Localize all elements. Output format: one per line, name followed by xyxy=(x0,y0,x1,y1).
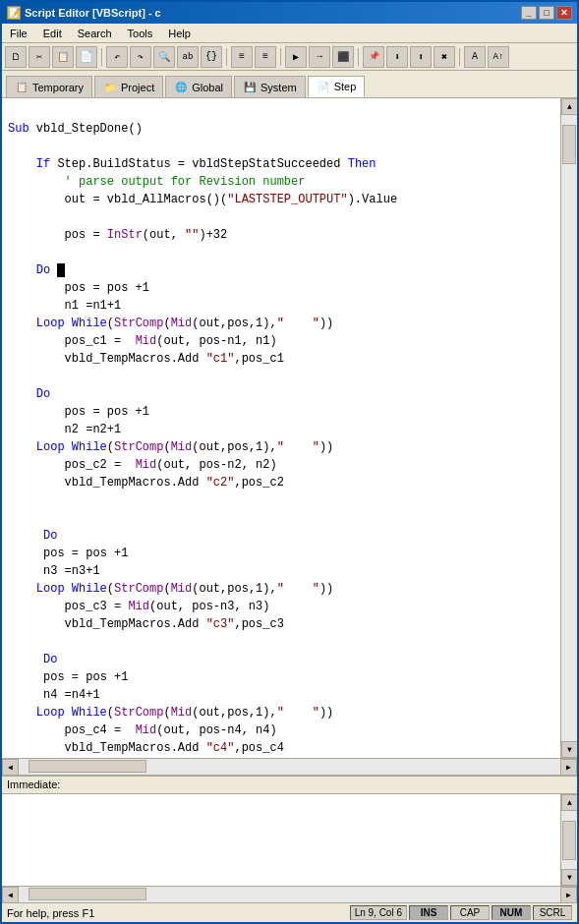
editor-vscrollbar[interactable]: ▲ ▼ xyxy=(560,98,577,758)
close-button[interactable]: ✕ xyxy=(556,6,572,20)
toolbar: 🗋 ✂ 📋 📄 ↶ ↷ 🔍 ab {} ≡ ≡ ▶ → ⬛ 📌 ⬇ ⬆ ✖ A … xyxy=(2,43,577,71)
toolbar-braces[interactable]: {} xyxy=(201,46,222,68)
toolbar-arrow[interactable]: → xyxy=(309,46,330,68)
menu-edit[interactable]: Edit xyxy=(35,26,70,41)
code-line xyxy=(8,757,554,758)
code-line: pos = pos +1 xyxy=(8,403,554,421)
hscroll-thumb[interactable] xyxy=(29,760,146,773)
imm-vscroll-thumb[interactable] xyxy=(562,821,576,860)
immediate-label: Immediate: xyxy=(2,777,577,794)
code-line: Do xyxy=(8,385,554,403)
code-line: vbld_TempMacros.Add "c2",pos_c2 xyxy=(8,474,554,491)
status-position: Ln 9, Col 6 xyxy=(350,905,407,920)
toolbar-next-bookmark[interactable]: ⬇ xyxy=(386,46,408,68)
toolbar-clear-bookmarks[interactable]: ✖ xyxy=(434,46,455,68)
maximize-button[interactable]: □ xyxy=(539,6,554,20)
code-line: Do xyxy=(8,651,554,668)
code-line: Loop While(StrComp(Mid(out,pos,1)," ")) xyxy=(8,580,554,598)
imm-hscroll-right[interactable]: ▶ xyxy=(560,887,577,903)
sep1 xyxy=(101,48,102,66)
tab-system[interactable]: 💾 System xyxy=(234,76,306,97)
toolbar-new[interactable]: 🗋 xyxy=(5,46,27,68)
tab-global-icon: 🌐 xyxy=(174,81,188,94)
imm-vscroll-up[interactable]: ▲ xyxy=(561,794,577,811)
editor-hscrollbar[interactable]: ◀ ▶ xyxy=(2,758,577,775)
imm-hscroll-track[interactable] xyxy=(19,887,560,902)
menu-search[interactable]: Search xyxy=(70,26,120,41)
sep3 xyxy=(280,48,281,66)
imm-hscroll-thumb[interactable] xyxy=(29,888,146,900)
code-line xyxy=(8,368,554,385)
toolbar-prev-bookmark[interactable]: ⬆ xyxy=(410,46,432,68)
tab-project-icon: 📁 xyxy=(103,81,117,94)
code-line xyxy=(8,509,554,527)
tab-project[interactable]: 📁 Project xyxy=(94,76,163,97)
toolbar-undo[interactable]: ↶ xyxy=(106,46,128,68)
toolbar-stop[interactable]: ⬛ xyxy=(332,46,354,68)
status-ins: INS xyxy=(409,905,448,920)
tab-system-label: System xyxy=(261,82,297,93)
immediate-vscrollbar[interactable]: ▲ ▼ xyxy=(560,794,577,886)
code-line xyxy=(8,491,554,509)
title-bar-left: 📝 Script Editor [VBScript] - c xyxy=(7,6,161,20)
imm-vscroll-track[interactable] xyxy=(561,811,577,869)
tab-step-label: Step xyxy=(334,81,357,92)
title-bar-buttons: _ □ ✕ xyxy=(521,6,572,20)
immediate-input[interactable] xyxy=(2,794,560,886)
tab-temporary[interactable]: 📋 Temporary xyxy=(6,76,92,97)
code-line: Loop While(StrComp(Mid(out,pos,1)," ")) xyxy=(8,315,554,332)
toolbar-extra2[interactable]: A↑ xyxy=(488,46,509,68)
code-line: Loop While(StrComp(Mid(out,pos,1)," ")) xyxy=(8,704,554,722)
imm-vscroll-down[interactable]: ▼ xyxy=(561,869,577,886)
tab-step-icon: 📄 xyxy=(317,80,330,93)
hscroll-left-btn[interactable]: ◀ xyxy=(2,759,19,775)
code-line: If Step.BuildStatus = vbldStepStatSuccee… xyxy=(8,155,554,173)
toolbar-bookmark[interactable]: 📌 xyxy=(363,46,384,68)
editor-main: Sub vbld_StepDone() If Step.BuildStatus … xyxy=(2,98,577,758)
vscroll-up-btn[interactable]: ▲ xyxy=(561,98,577,115)
code-line xyxy=(8,102,554,120)
tab-step[interactable]: 📄 Step xyxy=(308,76,366,97)
toolbar-redo[interactable]: ↷ xyxy=(130,46,151,68)
code-line xyxy=(8,138,554,155)
toolbar-extra1[interactable]: A xyxy=(464,46,486,68)
code-line: pos = pos +1 xyxy=(8,279,554,297)
toolbar-paste[interactable]: 📄 xyxy=(76,46,97,68)
code-line: pos_c3 = Mid(out, pos-n3, n3) xyxy=(8,598,554,615)
menu-help[interactable]: Help xyxy=(160,26,199,41)
imm-hscroll-left[interactable]: ◀ xyxy=(2,887,19,903)
code-editor[interactable]: Sub vbld_StepDone() If Step.BuildStatus … xyxy=(2,98,560,758)
tab-bar: 📋 Temporary 📁 Project 🌐 Global 💾 System … xyxy=(2,71,577,98)
code-line: vbld_TempMacros.Add "c3",pos_c3 xyxy=(8,615,554,633)
vscroll-down-btn[interactable]: ▼ xyxy=(561,741,577,758)
status-num: NUM xyxy=(492,905,531,920)
toolbar-replace[interactable]: ab xyxy=(177,46,199,68)
immediate-hscrollbar[interactable]: ◀ ▶ xyxy=(2,886,577,902)
status-scrl: SCRL xyxy=(533,905,572,920)
hscroll-track[interactable] xyxy=(19,759,560,775)
editor-container: Sub vbld_StepDone() If Step.BuildStatus … xyxy=(2,98,577,775)
toolbar-run[interactable]: ▶ xyxy=(285,46,307,68)
toolbar-cut[interactable]: ✂ xyxy=(29,46,50,68)
code-line: n3 =n3+1 xyxy=(8,562,554,580)
code-line xyxy=(8,208,554,226)
code-line: out = vbld_AllMacros()("LASTSTEP_OUTPUT"… xyxy=(8,191,554,208)
tab-global[interactable]: 🌐 Global xyxy=(165,76,232,97)
status-cap: CAP xyxy=(450,905,490,920)
code-line: n4 =n4+1 xyxy=(8,686,554,704)
code-line: vbld_TempMacros.Add "c4",pos_c4 xyxy=(8,739,554,757)
toolbar-indent[interactable]: ≡ xyxy=(231,46,253,68)
code-line: pos = pos +1 xyxy=(8,545,554,562)
menu-file[interactable]: File xyxy=(2,26,35,41)
vscroll-track[interactable] xyxy=(561,115,577,741)
hscroll-right-btn[interactable]: ▶ xyxy=(560,759,577,775)
toolbar-find[interactable]: 🔍 xyxy=(153,46,175,68)
script-editor-window: 📝 Script Editor [VBScript] - c _ □ ✕ Fil… xyxy=(0,0,579,924)
immediate-with-scrollbar: ▲ ▼ xyxy=(2,794,577,886)
minimize-button[interactable]: _ xyxy=(521,6,537,20)
menu-tools[interactable]: Tools xyxy=(120,26,161,41)
toolbar-copy[interactable]: 📋 xyxy=(52,46,74,68)
vscroll-thumb[interactable] xyxy=(562,125,576,164)
toolbar-outdent[interactable]: ≡ xyxy=(255,46,276,68)
window-title: Script Editor [VBScript] - c xyxy=(25,7,161,19)
